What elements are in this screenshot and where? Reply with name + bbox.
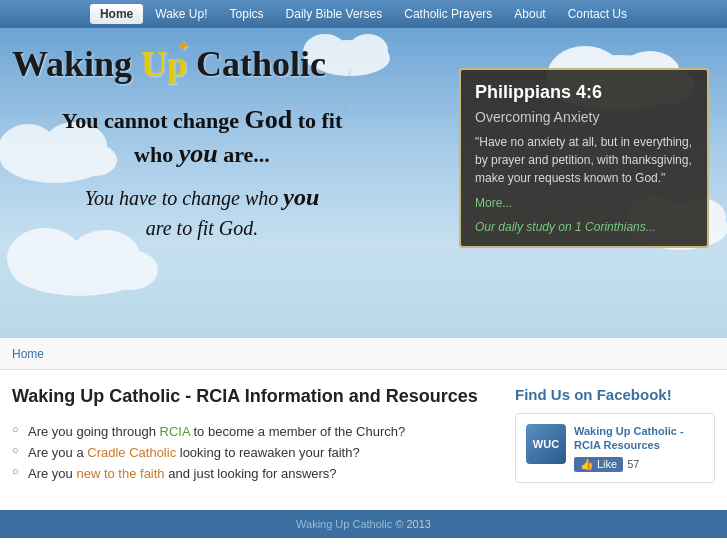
facebook-info: Waking Up Catholic - RCIA Resources 👍 Li…	[574, 424, 704, 472]
facebook-page-name[interactable]: Waking Up Catholic - RCIA Resources	[574, 424, 704, 453]
nav-catholic-prayers[interactable]: Catholic Prayers	[394, 4, 502, 24]
list-item-text-before: Are you going through	[28, 424, 160, 439]
facebook-heading: Find Us on Facebook!	[515, 386, 715, 403]
list-item-text-after: and just looking for answers?	[165, 466, 337, 481]
verse-more-link[interactable]: More...	[475, 196, 512, 210]
list-item-text-after: to become a member of the Church?	[190, 424, 405, 439]
hero-section: Waking Up Catholic You cannot change God…	[0, 28, 727, 338]
verse-card: Philippians 4:6 Overcoming Anxiety "Have…	[459, 68, 709, 248]
footer-link[interactable]: Waking Up Catholic	[296, 518, 392, 530]
title-waking: Waking	[12, 44, 141, 84]
list-item: Are you new to the faith and just lookin…	[12, 463, 495, 484]
site-title: Waking Up Catholic	[12, 46, 326, 82]
facebook-box: WUC Waking Up Catholic - RCIA Resources …	[515, 413, 715, 483]
nav-about[interactable]: About	[504, 4, 555, 24]
verse-topic: Overcoming Anxiety	[475, 109, 693, 125]
svg-point-11	[10, 240, 150, 296]
footer: Waking Up Catholic © 2013	[0, 510, 727, 538]
sidebar-right: Find Us on Facebook! WUC Waking Up Catho…	[515, 386, 715, 484]
navigation: Home Wake Up! Topics Daily Bible Verses …	[0, 0, 727, 28]
nav-daily-bible[interactable]: Daily Bible Verses	[276, 4, 393, 24]
footer-copyright: © 2013	[395, 518, 431, 530]
title-up: Up	[141, 44, 187, 84]
content-left: Waking Up Catholic - RCIA Information an…	[12, 386, 495, 484]
quote-line2: You have to change who youare to fit God…	[12, 181, 392, 243]
study-link[interactable]: Our daily study on 1 Corinthians...	[475, 220, 693, 234]
svg-point-14	[102, 250, 158, 290]
nav-wakeup[interactable]: Wake Up!	[145, 4, 217, 24]
facebook-logo: WUC	[526, 424, 566, 464]
new-faith-link[interactable]: new to the faith	[76, 466, 164, 481]
list-item: Are you a Cradle Catholic looking to rea…	[12, 442, 495, 463]
breadcrumb-home[interactable]: Home	[12, 347, 44, 361]
verse-text: "Have no anxiety at all, but in everythi…	[475, 133, 693, 187]
quote-line1: You cannot change God to fitwho you are.…	[12, 103, 392, 171]
main-heading: Waking Up Catholic - RCIA Information an…	[12, 386, 495, 407]
content-list: Are you going through RCIA to become a m…	[12, 421, 495, 484]
like-button[interactable]: 👍 Like	[574, 457, 623, 472]
cradle-catholic-link[interactable]: Cradle Catholic	[87, 445, 176, 460]
like-count: 57	[627, 458, 639, 470]
list-item: Are you going through RCIA to become a m…	[12, 421, 495, 442]
nav-topics[interactable]: Topics	[220, 4, 274, 24]
nav-contact[interactable]: Contact Us	[558, 4, 637, 24]
thumbs-up-icon: 👍	[580, 458, 594, 471]
hero-quote: You cannot change God to fitwho you are.…	[12, 103, 392, 242]
rcia-link[interactable]: RCIA	[160, 424, 190, 439]
breadcrumb: Home	[0, 338, 727, 370]
facebook-like-row: 👍 Like 57	[574, 457, 704, 472]
like-label: Like	[597, 458, 617, 470]
verse-reference: Philippians 4:6	[475, 82, 693, 103]
list-item-text-after: looking to reawaken your faith?	[176, 445, 360, 460]
nav-home[interactable]: Home	[90, 4, 143, 24]
title-catholic: Catholic	[187, 44, 326, 84]
svg-point-6	[348, 34, 388, 66]
list-item-text-before: Are you a	[28, 445, 87, 460]
main-content: Waking Up Catholic - RCIA Information an…	[0, 370, 727, 500]
list-item-text-before: Are you	[28, 466, 76, 481]
